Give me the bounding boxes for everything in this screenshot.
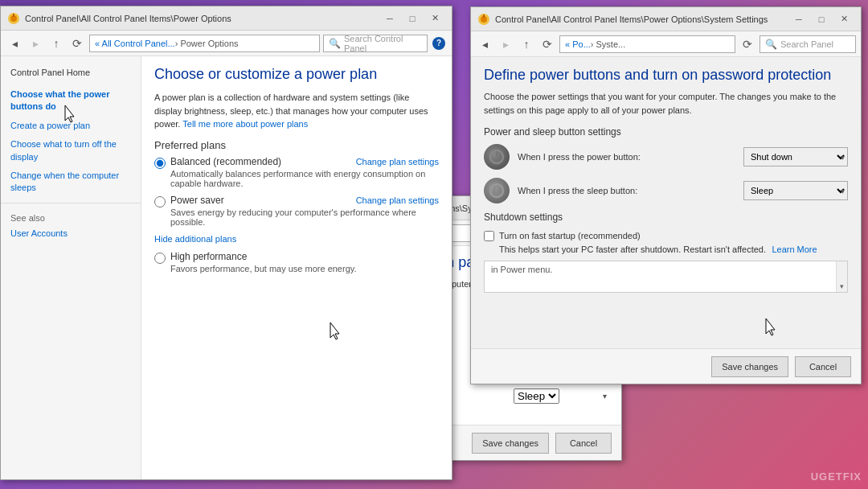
balanced-plan-row: Balanced (recommended) Change plan setti… [154,156,439,188]
power-options-title: Control Panel\All Control Panel Items\Po… [25,14,379,23]
sysset-front-footer: Save changes Cancel [471,348,861,384]
sysset-front-sleep-label: When I press the sleep button: [518,186,735,195]
sidebar-user-accounts[interactable]: User Accounts [1,226,141,241]
sysset-front-power-dropdown[interactable]: Shut down Sleep Hibernate Turn off the d… [743,147,848,166]
balanced-change-link[interactable]: Change plan settings [356,157,439,166]
sysset-front-search[interactable]: 🔍 Search Panel [760,35,856,53]
balanced-radio[interactable] [154,158,166,169]
search-box[interactable]: 🔍 Search Control Panel [323,35,428,52]
address-field[interactable]: « All Control Panel... › Power Options [89,35,320,52]
preferred-plans-label: Preferred plans [154,139,439,151]
sysset-mid-cancel[interactable]: Cancel [555,433,612,454]
sysset-front-sleep-select[interactable]: Sleep Hibernate Shut down Do nothing [743,181,848,200]
sysset-front-power-label: When I press the power button: [518,152,735,162]
power-options-window: Control Panel\All Control Panel Items\Po… [0,6,452,480]
sysset-mid-sleep-dropdown[interactable]: Sleep [514,388,610,404]
window-body: Control Panel Home Choose what the power… [1,56,452,479]
hide-plans-link[interactable]: Hide additional plans [154,234,236,244]
sysset-front-desc: Choose the power settings that you want … [484,90,848,117]
sysset-front-shutdown-label: Shutdown settings [484,212,848,223]
sysset-front-close[interactable]: ✕ [833,11,854,27]
sysset-front-power-icon [484,144,510,170]
svg-rect-13 [496,151,497,157]
main-description: A power plan is a collection of hardware… [154,91,439,131]
minimize-button[interactable]: ─ [379,10,400,27]
sysset-front-address-box[interactable]: « Po... › Syste... [559,35,735,53]
high-perf-radio[interactable] [154,253,166,264]
sidebar-divider [1,203,141,203]
main-scroll-area: Choose or customize a power plan A power… [141,56,452,479]
sidebar-home[interactable]: Control Panel Home [1,64,141,80]
sysset-front-up[interactable]: ↑ [518,35,535,53]
address-bar: ◂ ▸ ↑ ⟳ « All Control Panel... › Power O… [1,31,452,56]
sysset-front-forward[interactable]: ▸ [497,35,514,53]
balanced-plan-desc: Automatically balances performance with … [170,169,439,188]
power-saver-row: Power saver Change plan settings Saves e… [154,195,439,227]
sysset-front-titlebar: Control Panel\All Control Panel Items\Po… [471,7,861,31]
sysset-front-scroll-area[interactable]: in Power menu. ▾ [484,261,848,293]
sidebar-choose-power[interactable]: Choose what the power buttons do [1,87,141,115]
high-perf-name: High performance [170,251,247,262]
sysset-front-maximize[interactable]: □ [811,11,832,27]
sysset-front-body: Define power buttons and turn on passwor… [471,57,861,348]
balanced-plan-name: Balanced (recommended) [170,156,281,167]
sysset-front-sleep-row: When I press the sleep button: Sleep Hib… [484,178,848,203]
window-icon [7,12,20,25]
sysset-front-addr-arrow: › Syste... [591,39,625,49]
sysset-front-back[interactable]: ◂ [476,35,493,53]
sysset-front-power-select[interactable]: Shut down Sleep Hibernate Turn off the d… [743,147,848,166]
sidebar-change-sleeps[interactable]: Change when the computer sleeps [1,168,141,196]
power-saver-name: Power saver [170,195,224,206]
power-options-titlebar: Control Panel\All Control Panel Items\Po… [1,6,452,31]
maximize-button[interactable]: □ [402,10,423,27]
sysset-front-title-text: Control Panel\All Control Panel Items\Po… [495,14,788,24]
sysset-front-fast-startup-row: Turn on fast startup (recommended) This … [484,229,848,256]
sysset-front-sleep-icon [484,178,510,203]
power-saver-change-link[interactable]: Change plan settings [356,195,439,205]
power-saver-radio[interactable] [154,196,166,208]
fast-startup-desc: This helps start your PC faster after sh… [499,244,766,254]
address-breadcrumb: « All Control Panel... [95,39,175,48]
sysset-front-search-icon: 🔍 [765,39,777,50]
sysset-front-buttons: ─ □ ✕ [788,11,854,27]
sysset-front-heading: Define power buttons and turn on passwor… [484,67,848,84]
sysset-front-address-bar: ◂ ▸ ↑ ⟳ « Po... › Syste... ⟳ 🔍 Search Pa… [471,31,861,57]
sidebar: Control Panel Home Choose what the power… [1,56,141,479]
power-saver-desc: Saves energy by reducing your computer's… [170,208,439,227]
sysset-front-addr-po: « Po... [565,39,591,49]
sysset-front-section: Power and sleep button settings [484,126,848,138]
sysset-front-icon [477,13,490,26]
sysset-front-cancel[interactable]: Cancel [795,356,851,377]
learn-more-link[interactable]: Learn More [772,244,817,254]
fast-startup-checkbox[interactable] [484,231,494,241]
tell-more-link[interactable]: Tell me more about power plans [182,119,308,129]
svg-rect-2 [13,14,14,17]
sysset-front-save[interactable]: Save changes [711,356,788,377]
help-icon[interactable]: ? [432,37,445,50]
forward-button[interactable]: ▸ [27,35,44,52]
refresh-button[interactable]: ⟳ [68,35,86,52]
close-button[interactable]: ✕ [424,10,445,27]
watermark: UGETFIX [811,471,862,483]
sidebar-choose-display[interactable]: Choose what to turn off the display [1,137,141,165]
sysset-front-power-row: When I press the power button: Shut down… [484,144,848,170]
high-perf-row: High performance Favors performance, but… [154,251,439,273]
system-settings-front-window: Control Panel\All Control Panel Items\Po… [470,6,862,384]
search-icon: 🔍 [329,38,341,49]
sysset-front-search-text: Search Panel [780,39,833,49]
sysset-front-refresh[interactable]: ⟳ [538,35,556,53]
high-perf-desc: Favors performance, but may use more ene… [170,264,439,273]
sysset-mid-sleep-select[interactable]: Sleep [514,388,559,404]
up-button[interactable]: ↑ [47,35,65,52]
back-button[interactable]: ◂ [6,35,23,52]
sysset-front-sleep-dropdown[interactable]: Sleep Hibernate Shut down Do nothing [743,181,848,200]
sidebar-create-plan[interactable]: Create a power plan [1,118,141,134]
search-placeholder: Search Control Panel [344,34,422,53]
main-heading: Choose or customize a power plan [154,66,439,83]
sysset-front-addr-refresh[interactable]: ⟳ [739,35,756,53]
sysset-mid-save[interactable]: Save changes [472,433,549,454]
svg-rect-11 [483,14,485,18]
see-also-label: See also [1,210,141,226]
sysset-front-minimize[interactable]: ─ [788,11,809,27]
main-content: Choose or customize a power plan A power… [141,56,452,479]
